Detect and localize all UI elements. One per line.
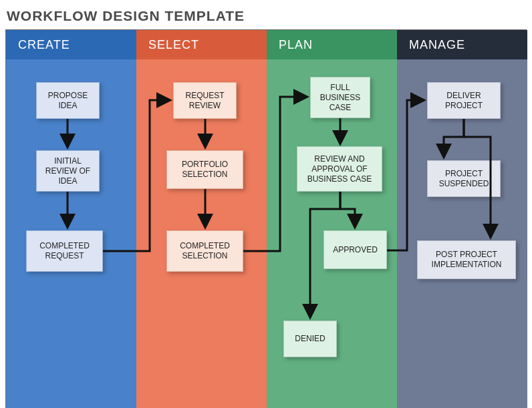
box-request-review: REQUEST REVIEW xyxy=(173,82,237,119)
box-project-suspended: PROJECT SUSPENDED xyxy=(427,160,501,197)
box-initial-review: INITIAL REVIEW OF IDEA xyxy=(36,150,100,192)
box-denied: DENIED xyxy=(283,321,337,357)
box-completed-request: COMPLETED REQUEST xyxy=(26,230,103,272)
box-full-business-case: FULL BUSINESS CASE xyxy=(310,77,370,118)
box-review-business-case: REVIEW AND APPROVAL OF BUSINESS CASE xyxy=(297,146,382,192)
column-head-create: CREATE xyxy=(6,30,136,59)
column-head-select: SELECT xyxy=(136,30,267,59)
box-portfolio-selection: PORTFOLIO SELECTION xyxy=(166,150,243,189)
box-propose-idea: PROPOSE IDEA xyxy=(36,82,100,119)
column-head-plan: PLAN xyxy=(267,30,397,59)
workflow-canvas: CREATE SELECT PLAN MANAGE PROPOSE IDEA I… xyxy=(5,29,527,408)
column-head-manage: MANAGE xyxy=(397,30,527,59)
box-completed-selection: COMPLETED SELECTION xyxy=(166,230,243,272)
box-post-project: POST PROJECT IMPLEMENTATION xyxy=(417,240,516,279)
box-deliver-project: DELIVER PROJECT xyxy=(427,82,501,119)
box-approved: APPROVED xyxy=(323,230,387,269)
page-title: WORKFLOW DESIGN TEMPLATE xyxy=(5,5,527,29)
